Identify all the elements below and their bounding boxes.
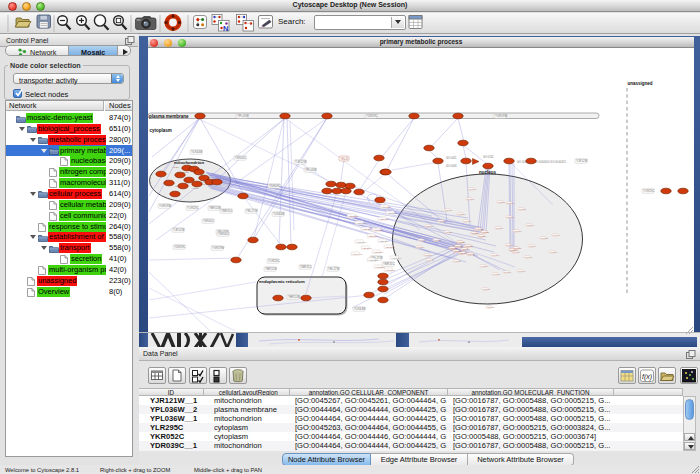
- svg-text:YOR23C: YOR23C: [187, 206, 199, 210]
- svg-text:YPL03W: YPL03W: [478, 235, 486, 237]
- svg-text:YOR23C: YOR23C: [486, 306, 495, 308]
- svg-text:YKR05C: YKR05C: [385, 269, 395, 272]
- svg-text:GO:0044464 GO:0044444 GO:00444: GO:0044464 GO:0044444 GO:0044425: [517, 160, 567, 164]
- svg-text:YPL03W: YPL03W: [237, 114, 249, 118]
- svg-text:YEL27W: YEL27W: [424, 254, 432, 256]
- svg-text:YDR39C: YDR39C: [174, 245, 185, 249]
- svg-text:YBR11W: YBR11W: [209, 206, 221, 210]
- svg-text:YBR11W: YBR11W: [379, 240, 390, 243]
- svg-text:YEL27W: YEL27W: [449, 247, 457, 249]
- svg-text:YOR23C: YOR23C: [457, 213, 466, 215]
- svg-text:YJR12W: YJR12W: [471, 232, 479, 234]
- svg-text:GO:0162: GO:0162: [483, 155, 494, 159]
- svg-text:YJR12W: YJR12W: [295, 160, 307, 164]
- svg-text:f(x): f(x): [642, 373, 652, 381]
- svg-text:mitochondrion: mitochondrion: [174, 160, 204, 165]
- svg-text:YLR44W: YLR44W: [475, 228, 483, 230]
- svg-text:YDR39C: YDR39C: [366, 114, 377, 118]
- svg-text:YJR12W: YJR12W: [173, 228, 185, 232]
- svg-text:endoplasmic reticulum: endoplasmic reticulum: [259, 279, 305, 284]
- svg-text:YKR05C: YKR05C: [549, 251, 557, 253]
- svg-text:YEL27W: YEL27W: [362, 247, 373, 250]
- svg-text:YMR31C: YMR31C: [356, 241, 366, 244]
- svg-text:YDR39C: YDR39C: [387, 212, 397, 215]
- svg-text:YJR12W: YJR12W: [480, 265, 488, 267]
- svg-text:YGR19W: YGR19W: [444, 209, 453, 211]
- svg-text:YBR11W: YBR11W: [265, 267, 277, 271]
- svg-text:YJR12W: YJR12W: [416, 246, 424, 248]
- svg-text:YGR19W: YGR19W: [379, 218, 390, 221]
- svg-text:YGR19W: YGR19W: [495, 114, 507, 118]
- svg-text:YKR05C: YKR05C: [218, 232, 229, 236]
- svg-text:YDR39C: YDR39C: [491, 254, 499, 256]
- svg-text:YLR44W: YLR44W: [352, 253, 363, 256]
- svg-text:YOR23C: YOR23C: [497, 201, 506, 203]
- svg-text:YEL27W: YEL27W: [246, 209, 258, 213]
- svg-text:YJR12W: YJR12W: [505, 244, 513, 246]
- svg-text:YEL27W: YEL27W: [385, 246, 396, 249]
- svg-text:YDR39C: YDR39C: [495, 227, 503, 229]
- svg-text:plasma membrane: plasma membrane: [149, 114, 189, 119]
- svg-text:YPL03W: YPL03W: [381, 206, 392, 209]
- svg-text:YDR39C: YDR39C: [466, 198, 474, 200]
- svg-text:Ygr2w: Ygr2w: [172, 166, 179, 169]
- svg-text:YBR11W: YBR11W: [459, 252, 467, 254]
- svg-text:YGR19W: YGR19W: [513, 230, 522, 232]
- svg-text:YPL03W: YPL03W: [468, 188, 476, 190]
- svg-text:YKR05C: YKR05C: [235, 156, 246, 160]
- svg-text:YDR39C: YDR39C: [269, 184, 280, 188]
- svg-text:YMR31C: YMR31C: [465, 245, 474, 247]
- svg-text:YGR19W: YGR19W: [524, 256, 533, 258]
- svg-text:YLR44W: YLR44W: [467, 253, 475, 255]
- svg-text:YKR05C: YKR05C: [203, 219, 214, 223]
- svg-text:YLR44W: YLR44W: [273, 212, 285, 216]
- svg-text:YKR05C: YKR05C: [368, 259, 378, 262]
- svg-text:YLR44W: YLR44W: [354, 307, 366, 311]
- svg-text:YOR23C: YOR23C: [482, 288, 491, 290]
- svg-text:YPL03W: YPL03W: [513, 247, 521, 249]
- svg-text:YPL03W: YPL03W: [492, 273, 500, 275]
- svg-text:YGR19W: YGR19W: [356, 222, 367, 225]
- svg-text:YGR19W: YGR19W: [212, 246, 224, 250]
- svg-text:YOR23C: YOR23C: [362, 228, 372, 231]
- svg-text:YJR12W: YJR12W: [348, 215, 359, 218]
- svg-text:Ygr2w: Ygr2w: [192, 187, 199, 190]
- svg-text:YBR11W: YBR11W: [425, 225, 433, 227]
- svg-text:YKR05C: YKR05C: [453, 260, 461, 262]
- svg-text:YMR31C: YMR31C: [221, 209, 233, 213]
- svg-text:YGR19W: YGR19W: [159, 204, 171, 208]
- svg-text:YGR19W: YGR19W: [517, 270, 526, 272]
- svg-text:YMR31C: YMR31C: [373, 251, 383, 254]
- svg-text:YPL03W: YPL03W: [305, 168, 317, 172]
- svg-text:YLR44W: YLR44W: [552, 234, 560, 236]
- svg-text:YBR11W: YBR11W: [438, 220, 446, 222]
- svg-text:YBR11W: YBR11W: [368, 235, 379, 238]
- svg-text:YBR11W: YBR11W: [506, 202, 514, 204]
- svg-text:YOR23C: YOR23C: [643, 189, 655, 193]
- svg-text:YPL03W: YPL03W: [418, 239, 426, 241]
- svg-text:YLR44W: YLR44W: [463, 220, 471, 222]
- svg-text:YBR11W: YBR11W: [288, 295, 300, 299]
- svg-text:YLR44W: YLR44W: [191, 150, 203, 154]
- svg-text:YJR12W: YJR12W: [576, 159, 588, 163]
- svg-text:GO:0443: GO:0443: [446, 164, 457, 168]
- svg-text:YBR11W: YBR11W: [506, 216, 514, 218]
- svg-text:YMR31C: YMR31C: [518, 208, 527, 210]
- svg-text:GO:0451: GO:0451: [446, 156, 457, 160]
- svg-text:YDR39C: YDR39C: [503, 271, 511, 273]
- svg-text:YKR05C: YKR05C: [457, 241, 465, 243]
- svg-text:YMR31C: YMR31C: [433, 239, 442, 241]
- svg-text:YKR05C: YKR05C: [444, 231, 452, 233]
- svg-text:YKR05C: YKR05C: [481, 231, 489, 233]
- svg-text:YOR23C: YOR23C: [373, 229, 383, 232]
- svg-text:YLR44W: YLR44W: [391, 257, 402, 260]
- svg-text:YLR44W: YLR44W: [426, 259, 434, 261]
- svg-text:unassigned: unassigned: [628, 81, 653, 86]
- svg-text:YGR19W: YGR19W: [461, 248, 470, 250]
- svg-text:YMR31C: YMR31C: [300, 265, 312, 269]
- svg-text:cytoplasm: cytoplasm: [150, 128, 172, 133]
- svg-text:nucleus: nucleus: [479, 170, 497, 175]
- svg-text:YEL27W: YEL27W: [528, 245, 536, 247]
- svg-text:N: N: [223, 24, 228, 33]
- svg-text:YMR31C: YMR31C: [540, 237, 549, 239]
